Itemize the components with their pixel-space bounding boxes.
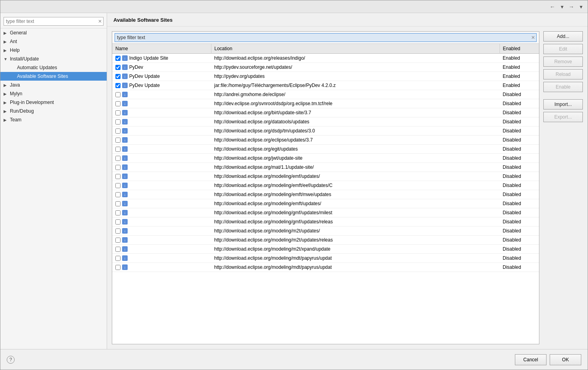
row-checkbox-14[interactable]: [115, 183, 121, 188]
expand-icon-java: ▶: [4, 83, 9, 87]
row-checkbox-0[interactable]: [115, 56, 121, 61]
edit-button[interactable]: Edit: [543, 44, 583, 54]
table-row: http://download.eclipse.org/modeling/m2t…: [112, 227, 539, 236]
row-enabled-0: Enabled: [499, 54, 539, 63]
add-button[interactable]: Add...: [543, 31, 583, 42]
row-icon-18: [122, 219, 128, 225]
enable-button[interactable]: Enable: [543, 82, 583, 92]
expand-icon-team: ▶: [4, 118, 9, 122]
row-icon-15: [122, 192, 128, 197]
sidebar-label-available-software-sites: Available Software Sites: [17, 74, 104, 79]
sidebar-label-team: Team: [10, 117, 104, 123]
forward-icon[interactable]: →: [568, 3, 575, 10]
sidebar-label-mylyn: Mylyn: [10, 91, 104, 96]
row-enabled-11: Disabled: [499, 154, 539, 163]
forward-dropdown-icon[interactable]: ▾: [558, 3, 565, 10]
row-location-3: jar:file:/home/guy/Téléchargements/Eclip…: [211, 81, 499, 90]
row-enabled-19: Disabled: [499, 227, 539, 236]
row-location-5: http://dev.eclipse.org/svnroot/dsdp/org.…: [211, 99, 499, 108]
row-enabled-20: Disabled: [499, 236, 539, 245]
row-enabled-23: Disabled: [499, 263, 539, 272]
row-checkbox-4[interactable]: [115, 92, 121, 97]
table-filter-clear-icon[interactable]: ✕: [531, 35, 535, 40]
table-section: ✕ Name Location Enabled Indigo Up: [112, 31, 539, 344]
row-checkbox-20[interactable]: [115, 238, 121, 243]
sidebar-item-team[interactable]: ▶Team: [0, 115, 107, 124]
row-location-23: http://download.eclipse.org/modeling/mdt…: [211, 263, 499, 272]
expand-icon-help: ▶: [4, 48, 9, 53]
row-checkbox-5[interactable]: [115, 101, 121, 106]
sidebar-item-run-debug[interactable]: ▶Run/Debug: [0, 107, 107, 115]
row-checkbox-13[interactable]: [115, 174, 121, 179]
row-enabled-6: Disabled: [499, 108, 539, 117]
import-button[interactable]: Import...: [543, 99, 583, 109]
sidebar-filter-wrap: ✕: [0, 15, 107, 28]
row-location-9: http://download.eclipse.org/eclipse/upda…: [211, 136, 499, 145]
row-checkbox-10[interactable]: [115, 147, 121, 152]
sidebar-item-install-update[interactable]: ▼Install/Update: [0, 55, 107, 63]
reload-button[interactable]: Reload: [543, 69, 583, 79]
sidebar-label-plugin-development: Plug-in Development: [10, 100, 104, 105]
row-checkbox-2[interactable]: [115, 74, 121, 79]
table-row: http://download.eclipse.org/egit/updates…: [112, 145, 539, 154]
row-icon-10: [122, 146, 128, 152]
row-enabled-16: Disabled: [499, 199, 539, 208]
row-location-7: http://download.eclipse.org/datatools/up…: [211, 117, 499, 126]
row-checkbox-3[interactable]: [115, 83, 121, 88]
menu-icon[interactable]: ▾: [577, 3, 584, 10]
sidebar-item-general[interactable]: ▶General: [0, 28, 107, 37]
row-enabled-5: Disabled: [499, 99, 539, 108]
table-filter-input[interactable]: [115, 33, 537, 42]
row-icon-20: [122, 237, 128, 243]
row-location-12: http://download.eclipse.org/mat/1.1/upda…: [211, 163, 499, 172]
sidebar-label-java: Java: [10, 82, 104, 88]
ok-button[interactable]: OK: [550, 354, 581, 365]
row-checkbox-9[interactable]: [115, 138, 121, 143]
main-content: Available Software Sites ✕ Name: [107, 13, 588, 349]
sidebar-filter-input[interactable]: [4, 17, 104, 26]
table-row: http://download.eclipse.org/modeling/gmf…: [112, 217, 539, 227]
export-button[interactable]: Export...: [543, 112, 583, 122]
row-checkbox-22[interactable]: [115, 256, 121, 261]
row-enabled-1: Enabled: [499, 63, 539, 72]
table-row: http://download.eclipse.org/datatools/up…: [112, 117, 539, 126]
cancel-button[interactable]: Cancel: [515, 354, 547, 365]
col-header-name: Name: [112, 44, 211, 54]
sidebar-item-automatic-updates[interactable]: Automatic Updates: [0, 63, 107, 72]
sidebar-item-ant[interactable]: ▶Ant: [0, 37, 107, 46]
table-row: http://download.eclipse.org/modeling/emf…: [112, 181, 539, 190]
row-checkbox-1[interactable]: [115, 65, 121, 70]
sidebar-item-java[interactable]: ▶Java: [0, 81, 107, 89]
row-enabled-3: Enabled: [499, 81, 539, 90]
sidebar-label-ant: Ant: [10, 39, 104, 44]
table-row: http://andrei.gmxhome.de/eclipse/Disable…: [112, 90, 539, 99]
sidebar-item-help[interactable]: ▶Help: [0, 46, 107, 55]
row-checkbox-16[interactable]: [115, 201, 121, 206]
row-checkbox-6[interactable]: [115, 110, 121, 115]
row-checkbox-15[interactable]: [115, 192, 121, 197]
sidebar-item-mylyn[interactable]: ▶Mylyn: [0, 89, 107, 98]
remove-button[interactable]: Remove: [543, 57, 583, 67]
table-row: Indigo Update Sitehttp://download.eclips…: [112, 54, 539, 63]
row-checkbox-21[interactable]: [115, 247, 121, 252]
table-row: http://download.eclipse.org/modeling/mdt…: [112, 263, 539, 272]
row-checkbox-12[interactable]: [115, 165, 121, 170]
row-checkbox-23[interactable]: [115, 265, 121, 270]
back-icon[interactable]: ←: [549, 3, 556, 10]
sidebar-item-plugin-development[interactable]: ▶Plug-in Development: [0, 98, 107, 107]
row-checkbox-7[interactable]: [115, 119, 121, 125]
row-enabled-8: Disabled: [499, 126, 539, 136]
row-checkbox-19[interactable]: [115, 228, 121, 234]
row-location-11: http://download.eclipse.org/jwt/update-s…: [211, 154, 499, 163]
top-bar: ← ▾ → ▾: [0, 0, 588, 13]
sidebar-item-available-software-sites[interactable]: Available Software Sites: [0, 72, 107, 81]
row-enabled-7: Disabled: [499, 117, 539, 126]
sidebar-filter-clear-icon[interactable]: ✕: [98, 19, 102, 24]
table-row: http://download.eclipse.org/dsdp/tm/upda…: [112, 126, 539, 136]
row-checkbox-11[interactable]: [115, 156, 121, 161]
row-checkbox-18[interactable]: [115, 219, 121, 225]
row-location-6: http://download.eclipse.org/birt/update-…: [211, 108, 499, 117]
row-checkbox-17[interactable]: [115, 210, 121, 215]
row-checkbox-8[interactable]: [115, 128, 121, 134]
help-icon[interactable]: ?: [7, 356, 15, 364]
